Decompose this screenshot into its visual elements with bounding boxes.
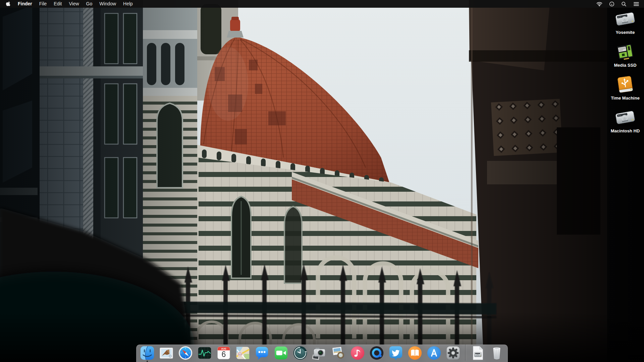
- dock: AUG 6 3D: [136, 345, 508, 362]
- clock-icon[interactable]: [609, 1, 614, 7]
- svg-text:AUG: AUG: [221, 348, 226, 350]
- dock-maps[interactable]: 3D: [235, 345, 251, 361]
- volume-macintosh-hd[interactable]: Macintosh HD: [608, 109, 643, 133]
- dock-time-machine[interactable]: [292, 345, 308, 361]
- itunes-icon: [350, 345, 365, 361]
- dock-messages[interactable]: [254, 345, 270, 361]
- menu-bar-left: Finder File Edit View Go Window Help: [0, 0, 133, 8]
- running-indicator: [147, 361, 148, 362]
- menu-item-window[interactable]: Window: [99, 0, 116, 8]
- dock-ibooks[interactable]: [407, 345, 423, 361]
- spotlight-icon[interactable]: [621, 1, 627, 7]
- dock-system-preferences[interactable]: [445, 345, 461, 361]
- apple-icon: [6, 1, 11, 7]
- facetime-icon: [273, 345, 289, 361]
- desktop-screen: Finder File Edit View Go Window Help: [0, 0, 644, 362]
- mail-icon: [159, 345, 174, 361]
- menu-item-go[interactable]: Go: [86, 0, 93, 8]
- menu-item-help[interactable]: Help: [123, 0, 133, 8]
- menu-item-edit[interactable]: Edit: [54, 0, 62, 8]
- ibooks-icon: [407, 345, 423, 361]
- twitter-icon: [388, 345, 404, 361]
- apple-menu-icon[interactable]: [6, 1, 11, 7]
- menu-item-file[interactable]: File: [39, 0, 47, 8]
- volume-time-machine[interactable]: Time Machine: [608, 76, 643, 101]
- svg-text:6: 6: [222, 350, 226, 359]
- preview-icon: [331, 345, 346, 361]
- notification-center-icon[interactable]: [633, 2, 639, 6]
- wallpaper-florence-duomo: [0, 0, 644, 362]
- volume-yosemite[interactable]: Yosemite: [608, 10, 643, 35]
- dock-app-store[interactable]: [426, 345, 442, 361]
- menu-item-view[interactable]: View: [69, 0, 79, 8]
- wifi-icon[interactable]: [596, 2, 602, 6]
- safari-icon: [178, 345, 193, 361]
- maps-icon: 3D: [235, 345, 251, 361]
- dock-finder[interactable]: [140, 345, 155, 361]
- activity-monitor-icon: [197, 345, 212, 361]
- image-capture-icon: [312, 345, 327, 361]
- dock-mail[interactable]: [159, 345, 174, 361]
- dock-disk-document[interactable]: [470, 345, 485, 361]
- calendar-icon: AUG 6: [216, 345, 231, 361]
- app-store-icon: [426, 345, 442, 361]
- desktop-volumes: Yosemite Media SSD: [608, 10, 643, 133]
- dock-separator: [465, 345, 466, 361]
- internal-drive-icon: [614, 109, 636, 127]
- volume-label: Time Machine: [611, 96, 640, 101]
- menu-bar: Finder File Edit View Go Window Help: [0, 0, 644, 8]
- menu-bar-status-area: [596, 1, 644, 7]
- dock-trash[interactable]: [489, 345, 504, 361]
- dock-quicktime[interactable]: [369, 345, 384, 361]
- finder-icon: [140, 345, 155, 361]
- disk-document-icon: [470, 345, 485, 361]
- time-machine-icon: [292, 345, 308, 361]
- dock-itunes[interactable]: [350, 345, 365, 361]
- menu-item-finder[interactable]: Finder: [18, 0, 32, 8]
- system-preferences-icon: [445, 345, 461, 361]
- quicktime-icon: [369, 345, 384, 361]
- ssd-drive-icon: [614, 43, 636, 62]
- messages-icon: [254, 345, 270, 361]
- volume-label: Media SSD: [614, 63, 636, 68]
- dock-facetime[interactable]: [273, 345, 289, 361]
- usb-drive-icon: [614, 76, 636, 95]
- dock-image-capture[interactable]: [312, 345, 327, 361]
- dock-activity-monitor[interactable]: [197, 345, 212, 361]
- dock-safari[interactable]: [178, 345, 193, 361]
- volume-media-ssd[interactable]: Media SSD: [608, 43, 643, 68]
- dock-calendar[interactable]: AUG 6: [216, 345, 231, 361]
- dock-preview[interactable]: [331, 345, 346, 361]
- volume-label: Macintosh HD: [611, 128, 640, 133]
- internal-drive-icon: [614, 10, 636, 29]
- trash-icon: [489, 345, 504, 361]
- volume-label: Yosemite: [616, 30, 635, 35]
- dock-twitter[interactable]: [388, 345, 404, 361]
- svg-text:3D: 3D: [238, 353, 241, 355]
